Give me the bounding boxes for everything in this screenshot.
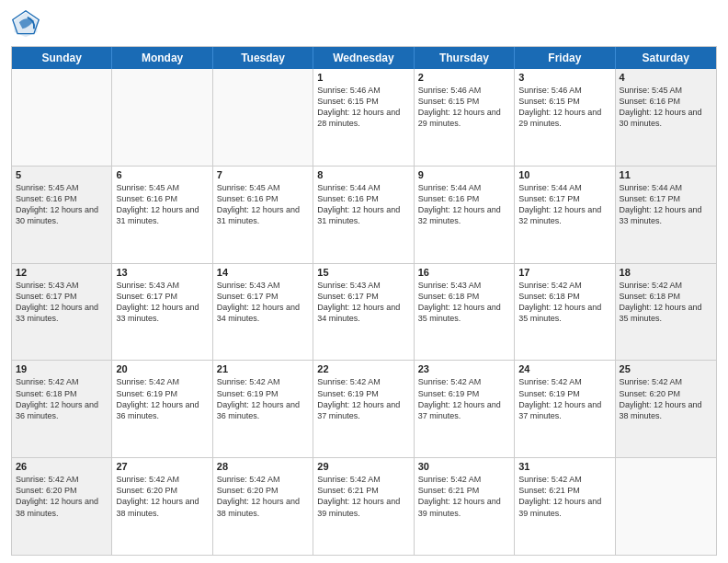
cal-day-29: 29Sunrise: 5:42 AM Sunset: 6:21 PM Dayli… <box>313 458 414 555</box>
day-number: 21 <box>217 363 309 374</box>
cal-day-15: 15Sunrise: 5:43 AM Sunset: 6:17 PM Dayli… <box>313 264 414 361</box>
day-info: Sunrise: 5:42 AM Sunset: 6:19 PM Dayligh… <box>418 376 510 421</box>
cal-day-25: 25Sunrise: 5:42 AM Sunset: 6:20 PM Dayli… <box>616 361 716 457</box>
day-number: 17 <box>518 267 610 278</box>
calendar: SundayMondayTuesdayWednesdayThursdayFrid… <box>11 46 717 556</box>
cal-day-4: 4Sunrise: 5:45 AM Sunset: 6:16 PM Daylig… <box>616 69 716 166</box>
day-number: 29 <box>317 461 409 472</box>
logo-icon <box>11 9 40 39</box>
day-info: Sunrise: 5:42 AM Sunset: 6:18 PM Dayligh… <box>16 376 108 421</box>
day-info: Sunrise: 5:42 AM Sunset: 6:20 PM Dayligh… <box>116 474 208 519</box>
day-number: 6 <box>116 169 208 180</box>
day-info: Sunrise: 5:45 AM Sunset: 6:16 PM Dayligh… <box>217 182 309 227</box>
day-number: 3 <box>518 72 610 83</box>
day-info: Sunrise: 5:42 AM Sunset: 6:19 PM Dayligh… <box>317 376 409 421</box>
day-info: Sunrise: 5:42 AM Sunset: 6:18 PM Dayligh… <box>518 280 610 325</box>
day-info: Sunrise: 5:43 AM Sunset: 6:17 PM Dayligh… <box>317 280 409 325</box>
day-info: Sunrise: 5:45 AM Sunset: 6:16 PM Dayligh… <box>116 182 208 227</box>
cal-day-22: 22Sunrise: 5:42 AM Sunset: 6:19 PM Dayli… <box>313 361 414 457</box>
day-info: Sunrise: 5:44 AM Sunset: 6:16 PM Dayligh… <box>317 182 409 227</box>
day-number: 20 <box>116 363 208 374</box>
day-number: 23 <box>418 363 510 374</box>
day-number: 10 <box>518 169 610 180</box>
day-number: 7 <box>217 169 309 180</box>
cal-day-17: 17Sunrise: 5:42 AM Sunset: 6:18 PM Dayli… <box>515 264 615 361</box>
day-number: 11 <box>620 169 712 180</box>
day-number: 9 <box>418 169 510 180</box>
day-info: Sunrise: 5:42 AM Sunset: 6:18 PM Dayligh… <box>620 280 712 325</box>
cal-day-11: 11Sunrise: 5:44 AM Sunset: 6:17 PM Dayli… <box>616 167 716 263</box>
cal-day-5: 5Sunrise: 5:45 AM Sunset: 6:16 PM Daylig… <box>12 167 112 263</box>
day-number: 2 <box>418 72 510 83</box>
cal-header-monday: Monday <box>112 47 212 69</box>
day-number: 25 <box>620 363 712 374</box>
calendar-body: 1Sunrise: 5:46 AM Sunset: 6:15 PM Daylig… <box>12 69 716 555</box>
day-number: 8 <box>317 169 409 180</box>
calendar-header-row: SundayMondayTuesdayWednesdayThursdayFrid… <box>12 47 716 69</box>
cal-week-4: 26Sunrise: 5:42 AM Sunset: 6:20 PM Dayli… <box>12 457 716 555</box>
day-info: Sunrise: 5:43 AM Sunset: 6:17 PM Dayligh… <box>116 280 208 325</box>
day-info: Sunrise: 5:42 AM Sunset: 6:21 PM Dayligh… <box>418 474 510 519</box>
day-number: 18 <box>620 267 712 278</box>
page: SundayMondayTuesdayWednesdayThursdayFrid… <box>0 0 728 563</box>
day-number: 5 <box>16 169 108 180</box>
cal-day-24: 24Sunrise: 5:42 AM Sunset: 6:19 PM Dayli… <box>515 361 615 457</box>
cal-day-empty-4-6 <box>616 458 716 555</box>
cal-day-16: 16Sunrise: 5:43 AM Sunset: 6:18 PM Dayli… <box>415 264 515 361</box>
day-info: Sunrise: 5:46 AM Sunset: 6:15 PM Dayligh… <box>317 85 409 130</box>
cal-day-10: 10Sunrise: 5:44 AM Sunset: 6:17 PM Dayli… <box>515 167 615 263</box>
day-info: Sunrise: 5:45 AM Sunset: 6:16 PM Dayligh… <box>16 182 108 227</box>
cal-header-saturday: Saturday <box>616 47 716 69</box>
cal-day-20: 20Sunrise: 5:42 AM Sunset: 6:19 PM Dayli… <box>112 361 212 457</box>
cal-day-28: 28Sunrise: 5:42 AM Sunset: 6:20 PM Dayli… <box>213 458 313 555</box>
day-info: Sunrise: 5:44 AM Sunset: 6:17 PM Dayligh… <box>518 182 610 227</box>
day-number: 16 <box>418 267 510 278</box>
cal-day-8: 8Sunrise: 5:44 AM Sunset: 6:16 PM Daylig… <box>313 167 414 263</box>
cal-day-27: 27Sunrise: 5:42 AM Sunset: 6:20 PM Dayli… <box>112 458 212 555</box>
day-info: Sunrise: 5:43 AM Sunset: 6:18 PM Dayligh… <box>418 280 510 325</box>
day-info: Sunrise: 5:46 AM Sunset: 6:15 PM Dayligh… <box>518 85 610 130</box>
cal-day-9: 9Sunrise: 5:44 AM Sunset: 6:16 PM Daylig… <box>415 167 515 263</box>
cal-header-wednesday: Wednesday <box>313 47 414 69</box>
day-number: 14 <box>217 267 309 278</box>
cal-day-3: 3Sunrise: 5:46 AM Sunset: 6:15 PM Daylig… <box>515 69 615 166</box>
cal-day-empty-0-1 <box>112 69 212 166</box>
day-number: 26 <box>16 461 108 472</box>
cal-day-empty-0-0 <box>12 69 112 166</box>
cal-day-19: 19Sunrise: 5:42 AM Sunset: 6:18 PM Dayli… <box>12 361 112 457</box>
day-number: 15 <box>317 267 409 278</box>
cal-header-tuesday: Tuesday <box>213 47 313 69</box>
day-number: 24 <box>518 363 610 374</box>
day-info: Sunrise: 5:46 AM Sunset: 6:15 PM Dayligh… <box>418 85 510 130</box>
cal-day-6: 6Sunrise: 5:45 AM Sunset: 6:16 PM Daylig… <box>112 167 212 263</box>
day-number: 19 <box>16 363 108 374</box>
day-info: Sunrise: 5:44 AM Sunset: 6:16 PM Dayligh… <box>418 182 510 227</box>
header <box>11 9 717 39</box>
cal-day-31: 31Sunrise: 5:42 AM Sunset: 6:21 PM Dayli… <box>515 458 615 555</box>
day-info: Sunrise: 5:45 AM Sunset: 6:16 PM Dayligh… <box>620 85 712 130</box>
day-info: Sunrise: 5:42 AM Sunset: 6:19 PM Dayligh… <box>217 376 309 421</box>
day-number: 22 <box>317 363 409 374</box>
cal-day-7: 7Sunrise: 5:45 AM Sunset: 6:16 PM Daylig… <box>213 167 313 263</box>
day-number: 27 <box>116 461 208 472</box>
cal-day-21: 21Sunrise: 5:42 AM Sunset: 6:19 PM Dayli… <box>213 361 313 457</box>
day-info: Sunrise: 5:43 AM Sunset: 6:17 PM Dayligh… <box>217 280 309 325</box>
day-info: Sunrise: 5:43 AM Sunset: 6:17 PM Dayligh… <box>16 280 108 325</box>
cal-day-1: 1Sunrise: 5:46 AM Sunset: 6:15 PM Daylig… <box>313 69 414 166</box>
cal-week-0: 1Sunrise: 5:46 AM Sunset: 6:15 PM Daylig… <box>12 69 716 166</box>
logo <box>11 9 44 39</box>
day-number: 28 <box>217 461 309 472</box>
day-number: 30 <box>418 461 510 472</box>
day-info: Sunrise: 5:42 AM Sunset: 6:20 PM Dayligh… <box>16 474 108 519</box>
day-info: Sunrise: 5:42 AM Sunset: 6:21 PM Dayligh… <box>317 474 409 519</box>
cal-day-26: 26Sunrise: 5:42 AM Sunset: 6:20 PM Dayli… <box>12 458 112 555</box>
cal-day-empty-0-2 <box>213 69 313 166</box>
cal-week-1: 5Sunrise: 5:45 AM Sunset: 6:16 PM Daylig… <box>12 166 716 263</box>
day-number: 1 <box>317 72 409 83</box>
day-number: 31 <box>518 461 610 472</box>
cal-header-friday: Friday <box>515 47 615 69</box>
day-number: 12 <box>16 267 108 278</box>
day-info: Sunrise: 5:42 AM Sunset: 6:21 PM Dayligh… <box>518 474 610 519</box>
cal-day-23: 23Sunrise: 5:42 AM Sunset: 6:19 PM Dayli… <box>415 361 515 457</box>
cal-week-3: 19Sunrise: 5:42 AM Sunset: 6:18 PM Dayli… <box>12 360 716 457</box>
